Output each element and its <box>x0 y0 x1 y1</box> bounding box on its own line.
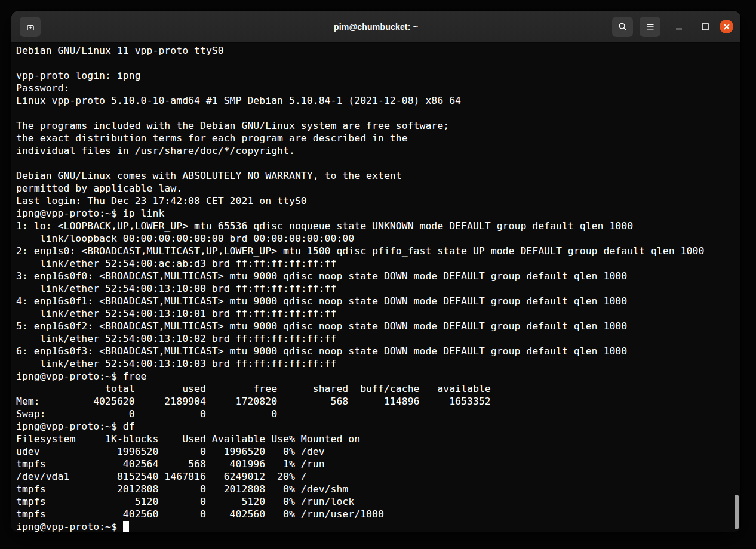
terminal-line: Debian GNU/Linux comes with ABSOLUTELY N… <box>16 169 740 182</box>
terminal-line: permitted by applicable law. <box>16 182 740 195</box>
terminal-line: /dev/vda1 8152540 1467816 6249012 20% / <box>16 470 740 483</box>
terminal-window: pim@chumbucket: ~ <box>11 11 740 532</box>
hamburger-icon <box>645 21 656 32</box>
terminal-line: vpp-proto login: ipng <box>16 69 740 82</box>
terminal-line: 2: enp1s0: <BROADCAST,MULTICAST,UP,LOWER… <box>16 245 740 257</box>
terminal-line: link/ether 52:54:00:13:10:01 brd ff:ff:f… <box>16 307 740 320</box>
terminal-line: tmpfs 402564 568 401996 1% /run <box>16 458 740 470</box>
new-tab-button[interactable] <box>20 17 41 37</box>
menu-button[interactable] <box>640 17 660 37</box>
titlebar-controls <box>612 11 733 42</box>
search-button[interactable] <box>612 17 633 37</box>
terminal-line: Swap: 0 0 0 <box>16 408 740 420</box>
terminal-line: udev 1996520 0 1996520 0% /dev <box>16 445 740 458</box>
terminal-line: link/ether 52:54:00:13:10:00 brd ff:ff:f… <box>16 282 740 295</box>
terminal-line: Filesystem 1K-blocks Used Available Use%… <box>16 433 740 445</box>
close-button[interactable] <box>720 20 733 33</box>
scrollbar-thumb[interactable] <box>735 495 739 529</box>
terminal-screen[interactable]: Debian GNU/Linux 11 vpp-proto ttyS0vpp-p… <box>11 43 740 532</box>
terminal-line: link/loopback 00:00:00:00:00:00 brd 00:0… <box>16 232 740 245</box>
terminal-line: The programs included with the Debian GN… <box>16 119 740 132</box>
terminal-line: 3: enp16s0f0: <BROADCAST,MULTICAST> mtu … <box>16 270 740 282</box>
magnifier-icon <box>617 21 628 32</box>
terminal-line: tmpfs 402560 0 402560 0% /run/user/1000 <box>16 508 740 520</box>
terminal-line: Linux vpp-proto 5.10.0-10-amd64 #1 SMP D… <box>16 94 740 107</box>
titlebar: pim@chumbucket: ~ <box>11 11 740 43</box>
terminal-line <box>16 107 740 119</box>
terminal-line: ipng@vpp-proto:~$ free <box>16 370 740 383</box>
x-icon <box>720 20 733 33</box>
terminal-line <box>16 57 740 69</box>
maximize-button[interactable] <box>697 17 713 37</box>
terminal-line: Debian GNU/Linux 11 vpp-proto ttyS0 <box>16 44 740 57</box>
tab-plus-icon <box>25 21 36 32</box>
terminal-line: ipng@vpp-proto:~$ ip link <box>16 207 740 220</box>
terminal-line: tmpfs 5120 0 5120 0% /run/lock <box>16 495 740 508</box>
terminal-line: 1: lo: <LOOPBACK,UP,LOWER_UP> mtu 65536 … <box>16 220 740 232</box>
cursor <box>123 521 129 532</box>
terminal-output: Debian GNU/Linux 11 vpp-proto ttyS0vpp-p… <box>16 44 740 532</box>
terminal-line: the exact distribution terms for each pr… <box>16 132 740 144</box>
minimize-button[interactable] <box>671 17 687 37</box>
terminal-line: link/ether 52:54:00:13:10:02 brd ff:ff:f… <box>16 332 740 345</box>
terminal-line: Last login: Thu Dec 23 17:42:08 CET 2021… <box>16 195 740 207</box>
square-icon <box>700 22 710 32</box>
terminal-line: ipng@vpp-proto:~$ df <box>16 420 740 433</box>
terminal-line: link/ether 52:54:00:ac:ab:d3 brd ff:ff:f… <box>16 257 740 270</box>
terminal-line: 6: enp16s0f3: <BROADCAST,MULTICAST> mtu … <box>16 345 740 357</box>
dash-icon <box>674 22 684 32</box>
terminal-line: ipng@vpp-proto:~$ <box>16 520 740 532</box>
terminal-line <box>16 157 740 169</box>
terminal-line: 4: enp16s0f1: <BROADCAST,MULTICAST> mtu … <box>16 295 740 307</box>
terminal-line: total used free shared buff/cache availa… <box>16 383 740 395</box>
terminal-line: tmpfs 2012808 0 2012808 0% /dev/shm <box>16 483 740 495</box>
terminal-line: link/ether 52:54:00:13:10:03 brd ff:ff:f… <box>16 357 740 370</box>
terminal-line: Password: <box>16 82 740 94</box>
terminal-line: 5: enp16s0f2: <BROADCAST,MULTICAST> mtu … <box>16 320 740 332</box>
terminal-line: individual files in /usr/share/doc/*/cop… <box>16 144 740 157</box>
terminal-line: Mem: 4025620 2189904 1720820 568 114896 … <box>16 395 740 408</box>
